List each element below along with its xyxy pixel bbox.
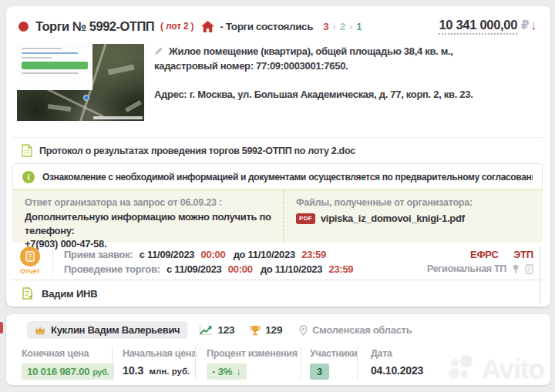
panel-green-button bbox=[22, 62, 88, 69]
efrs-link[interactable]: ЕФРС bbox=[470, 249, 499, 260]
applications-period-row: Прием заявок: с 11/09/2023 00:00 до 11/1… bbox=[64, 247, 358, 262]
change-down-arrow-icon: ↓ bbox=[236, 366, 240, 377]
map-attribution bbox=[93, 116, 143, 119]
stat-label: Конечная цена bbox=[22, 348, 112, 359]
stat-value-row: 10.3 млн. руб. bbox=[123, 364, 195, 377]
bidder-name: Вадим ИНВ bbox=[42, 288, 97, 300]
winner-pill[interactable]: Куклин Вадим Валерьевич bbox=[27, 321, 187, 339]
description-line: Жилое помещение (квартира), общей площад… bbox=[154, 45, 473, 59]
info-icon: i bbox=[22, 171, 35, 183]
organizer-answer-box: Ответ организатора на запрос от 06.09.23… bbox=[12, 190, 543, 243]
pdf-file-link[interactable]: vipiska_iz_domovoi_knigi-1.pdf bbox=[321, 213, 465, 224]
report-block[interactable]: Отчет bbox=[17, 245, 43, 280]
stat-label: Дата bbox=[371, 348, 423, 359]
period-to: до 11/10/2023 bbox=[234, 249, 295, 260]
participants-badge: 3 bbox=[310, 364, 329, 380]
lot-step-3[interactable]: 3 bbox=[323, 21, 328, 32]
location-pin-icon bbox=[299, 325, 308, 336]
clipped-red-icon bbox=[0, 322, 3, 333]
price-block: 10 341 000,00 ₽ ↓ bbox=[439, 18, 536, 35]
period-label: Проведение торгов: bbox=[64, 263, 160, 275]
panel-link-line bbox=[22, 52, 78, 54]
document-note-icon[interactable] bbox=[525, 264, 533, 274]
dates-block: Прием заявок: с 11/09/2023 00:00 до 11/1… bbox=[64, 245, 358, 280]
notice-box: i Ознакомление с необходимой информацией… bbox=[12, 163, 543, 190]
period-from-time: 00:00 bbox=[228, 263, 253, 275]
lot-step-2[interactable]: 2 bbox=[340, 21, 345, 32]
map-info-panel bbox=[17, 44, 92, 90]
period-to-time: 23:59 bbox=[329, 263, 354, 275]
final-price-value: 10 016 987.00 руб. bbox=[22, 364, 114, 380]
period-from: с 11/09/2023 bbox=[166, 263, 222, 275]
protocol-file-link[interactable]: Протокол о результатах проведения торгов… bbox=[39, 146, 355, 156]
map-building bbox=[108, 65, 135, 75]
lot-content: Жилое помещение (квартира), общей площад… bbox=[17, 44, 538, 121]
panel-text-line bbox=[22, 72, 78, 74]
auction-status: - Торги состоялись bbox=[220, 21, 313, 32]
panel-text-line bbox=[22, 57, 52, 59]
stat-value-row: - 3% ↓ bbox=[207, 364, 301, 380]
logo-dot bbox=[461, 370, 468, 377]
period-to: до 11/10/2023 bbox=[261, 263, 322, 275]
auction-header: Торги № 5992-ОТПП ( лот 2 ) - Торги сост… bbox=[18, 14, 536, 39]
pdf-badge-icon: PDF bbox=[296, 213, 315, 224]
answer-label: Ответ организатора на запрос от 06.09.23… bbox=[25, 197, 272, 208]
map-marker bbox=[83, 95, 89, 101]
map-building bbox=[125, 100, 142, 112]
stat-value-row: 04.10.2023 bbox=[371, 364, 423, 377]
chart-icon bbox=[199, 325, 213, 336]
stat-value-row: 10 016 987.00 руб. bbox=[22, 364, 112, 380]
winner-row: Куклин Вадим Валерьевич 123 129 Смоленск… bbox=[27, 321, 412, 339]
files-label: Файлы, полученные от организатора: bbox=[296, 197, 473, 208]
house-icon bbox=[201, 21, 214, 32]
period-from: с 11/09/2023 bbox=[140, 249, 195, 260]
bidder-row[interactable]: Вадим ИНВ bbox=[12, 280, 543, 307]
external-links-block: ЕФРС ЭТП Региональная ТП bbox=[427, 245, 533, 280]
stat-label: Участники bbox=[310, 348, 357, 359]
note-doc-icon bbox=[22, 287, 34, 300]
winner-name: Куклин Вадим Валерьевич bbox=[51, 324, 180, 336]
logo-dot bbox=[460, 355, 473, 367]
address-line: Адрес: г. Москва, ул. Большая Академичес… bbox=[154, 88, 473, 102]
stat-date: Дата 04.10.2023 bbox=[357, 347, 423, 380]
pencil-icon bbox=[154, 46, 163, 55]
lot-description: Жилое помещение (квартира), общей площад… bbox=[154, 44, 473, 121]
regional-row: Региональная ТП bbox=[427, 262, 533, 276]
price-down-arrow-icon: ↓ bbox=[531, 18, 537, 32]
lot-step-1[interactable]: 1 bbox=[356, 21, 362, 32]
map-building bbox=[48, 104, 72, 112]
file-row: PDF vipiska_iz_domovoi_knigi-1.pdf bbox=[296, 213, 473, 224]
current-price[interactable]: 10 341 000,00 bbox=[439, 18, 517, 35]
avito-watermark: Avito bbox=[449, 353, 544, 384]
logo-dot bbox=[451, 359, 459, 367]
deals-count[interactable]: 123 bbox=[217, 324, 234, 336]
step-separator: › bbox=[349, 21, 352, 32]
pushpin-icon[interactable] bbox=[512, 264, 520, 274]
stat-participants: Участники 3 bbox=[301, 347, 357, 380]
report-doc-icon bbox=[25, 251, 35, 262]
links-row: ЕФРС ЭТП bbox=[427, 247, 533, 262]
change-percent-amount: - 3% bbox=[212, 366, 232, 377]
document-icon bbox=[22, 144, 32, 157]
report-icon[interactable] bbox=[20, 246, 40, 266]
organizer-answer: Ответ организатора на запрос от 06.09.23… bbox=[12, 190, 284, 243]
stat-final-price: Конечная цена 10 016 987.00 руб. bbox=[22, 347, 112, 380]
wins-count[interactable]: 129 bbox=[265, 324, 282, 336]
panel-text-line bbox=[22, 48, 62, 49]
report-label: Отчет bbox=[17, 267, 43, 275]
notice-text: Ознакомление с необходимой информацией и… bbox=[42, 172, 533, 183]
lot-label: ( лот 2 ) bbox=[160, 21, 193, 32]
start-price-suffix: млн. руб. bbox=[149, 367, 190, 376]
description-text: Жилое помещение (квартира), общей площад… bbox=[169, 45, 453, 57]
logo-dot bbox=[449, 368, 459, 379]
final-price-amount: 10 016 987.00 bbox=[27, 366, 89, 377]
winner-region: Смоленская область bbox=[312, 324, 412, 336]
status-dot bbox=[18, 22, 29, 32]
trophy-icon bbox=[250, 325, 261, 336]
description-line: кадастровый номер: 77:09:0003001:7650. bbox=[154, 59, 473, 74]
etp-link[interactable]: ЭТП bbox=[513, 249, 533, 260]
map-thumbnail[interactable] bbox=[17, 44, 144, 121]
crown-icon bbox=[35, 326, 45, 335]
lot-steps: 3 › 2 › 1 bbox=[323, 21, 362, 32]
schedule-section: Отчет Прием заявок: с 11/09/2023 00:00 д… bbox=[17, 245, 533, 280]
